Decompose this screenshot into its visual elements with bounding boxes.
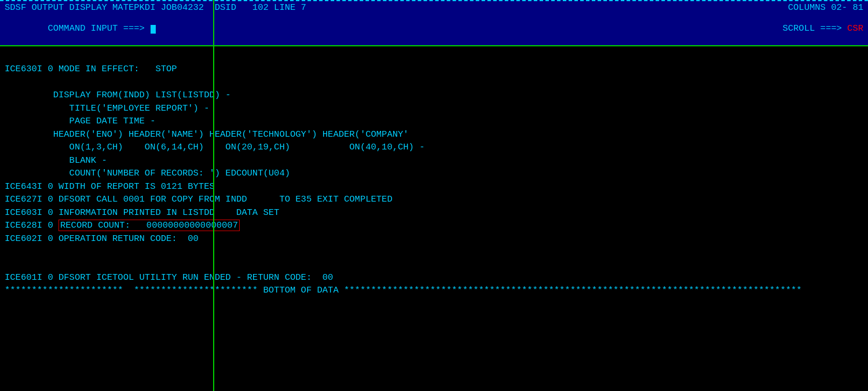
blank-line: BLANK - — [5, 154, 863, 167]
ice628-line: ICE628I 0 RECORD COUNT: 0000000000000000… — [5, 219, 863, 232]
blank-line-4 — [5, 258, 863, 271]
scroll-value: CSR — [847, 23, 863, 34]
display-line: DISPLAY FROM(INDD) LIST(LISTDD) - — [5, 89, 863, 101]
blank-line-3 — [5, 245, 863, 258]
blank-line-2 — [5, 76, 863, 89]
count-line: COUNT('NUMBER OF RECORDS: ') EDCOUNT(U04… — [5, 167, 863, 180]
ice643-line: ICE643I 0 WIDTH OF REPORT IS 0121 BYTES — [5, 180, 863, 193]
header-columns: COLUMNS 02- 81 — [788, 2, 863, 13]
on-line: ON(1,3,CH) ON(6,14,CH) ON(20,19,CH) ON(4… — [5, 141, 863, 154]
record-count-box: RECORD COUNT: 00000000000000007 — [58, 220, 240, 231]
header-area: SDSF OUTPUT DISPLAY MATEPKDI JOB04232 DS… — [0, 0, 868, 46]
ice602-line: ICE602I 0 OPERATION RETURN CODE: 00 — [5, 232, 863, 245]
page-date-line: PAGE DATE TIME - — [5, 115, 863, 127]
scroll-label: SCROLL ===> CSR — [739, 13, 863, 44]
header-line1: SDSF OUTPUT DISPLAY MATEPKDI JOB04232 DS… — [5, 2, 863, 13]
ice630-line: ICE630I 0 MODE IN EFFECT: STOP — [5, 63, 863, 75]
ice628-prefix: ICE628I 0 — [5, 220, 58, 231]
ice603-line: ICE603I 0 INFORMATION PRINTED IN LISTDD … — [5, 206, 863, 219]
command-input-label: COMMAND INPUT ===> — [5, 13, 156, 44]
header-eno-line: HEADER('ENO') HEADER('NAME') HEADER('TEC… — [5, 128, 863, 141]
header-title: SDSF OUTPUT DISPLAY MATEPKDI JOB04232 DS… — [5, 2, 306, 13]
cursor — [151, 25, 156, 34]
title-line: TITLE('EMPLOYEE REPORT') - — [5, 102, 863, 115]
ice601-line: ICE601I 0 DFSORT ICETOOL UTILITY RUN END… — [5, 271, 863, 284]
header-line2: COMMAND INPUT ===> SCROLL ===> CSR — [5, 13, 863, 44]
terminal-screen: SDSF OUTPUT DISPLAY MATEPKDI JOB04232 DS… — [0, 0, 868, 391]
bottom-of-data: ********************** *****************… — [5, 284, 863, 297]
ice627-line: ICE627I 0 DFSORT CALL 0001 FOR COPY FROM… — [5, 193, 863, 206]
content-area: ICE630I 0 MODE IN EFFECT: STOP DISPLAY F… — [0, 46, 868, 301]
blank-line-1 — [5, 50, 863, 63]
